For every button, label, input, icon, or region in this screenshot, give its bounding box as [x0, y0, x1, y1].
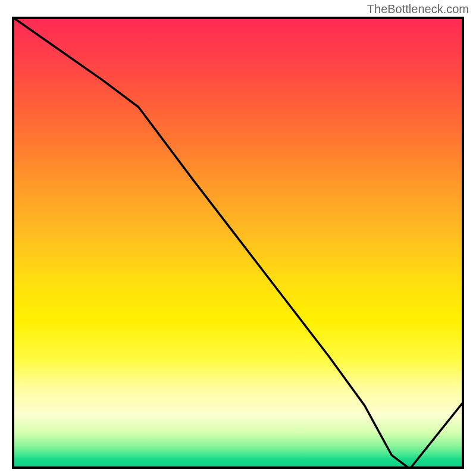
bottleneck-curve — [12, 17, 464, 469]
chart-svg — [12, 17, 464, 469]
plot-area — [12, 17, 464, 469]
watermark-text: TheBottleneck.com — [367, 2, 469, 16]
chart-root: TheBottleneck.com — [0, 0, 476, 476]
